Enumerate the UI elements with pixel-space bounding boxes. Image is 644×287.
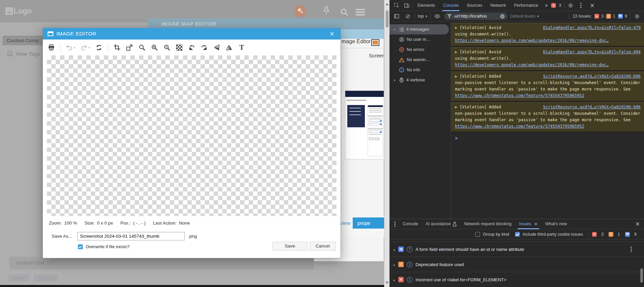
issues-counter[interactable]: 13 Issues: 3 1 9 <box>569 13 630 19</box>
flip-vertical-button[interactable] <box>213 43 220 53</box>
undo-dropdown-icon[interactable]: ▾ <box>74 46 75 49</box>
text-tool-button[interactable] <box>238 43 245 53</box>
search-icon[interactable] <box>340 8 348 18</box>
screenshot-icon[interactable] <box>371 39 379 46</box>
hamburger-menu-icon[interactable] <box>356 9 365 10</box>
filename-input[interactable] <box>77 232 185 240</box>
group-by-kind-checkbox[interactable] <box>475 232 480 237</box>
drawer-tab-network-request-blocking[interactable]: Network request blocking <box>460 219 515 229</box>
expand-triangle-icon[interactable] <box>455 50 460 54</box>
scrollbar-thumb[interactable] <box>385 10 389 28</box>
page-scrollbar[interactable] <box>384 0 390 287</box>
live-expression-eye-icon[interactable] <box>433 12 442 21</box>
execution-context-selector[interactable]: top <box>417 14 428 19</box>
source-link[interactable]: ScriptResource.axd?d…ojV0&t=5a82d106:606 <box>543 73 641 80</box>
sidebar-item-errors[interactable]: No errors <box>390 45 449 55</box>
expand-triangle-icon[interactable] <box>455 25 460 30</box>
sidebar-item-warnings[interactable]: No warnin… <box>390 55 449 65</box>
zoom-in-button[interactable] <box>151 43 158 53</box>
console-filter-input[interactable]: -url:http://localhos × <box>444 12 508 20</box>
pin-icon[interactable] <box>323 6 330 16</box>
log-levels-dropdown[interactable]: Default levels <box>510 14 539 19</box>
print-button[interactable] <box>48 43 55 53</box>
tab-custom-components[interactable]: Custom Comp <box>3 36 43 45</box>
tab-image-editor[interactable]: mage Editor <box>342 38 371 45</box>
message-url-link[interactable]: https://developers.google.com/web/update… <box>455 37 641 44</box>
expand-caret-icon[interactable] <box>393 78 397 82</box>
expand-caret-icon[interactable] <box>394 247 395 252</box>
drawer-menu-icon[interactable] <box>394 224 396 225</box>
include-third-party-checkbox[interactable] <box>515 232 520 237</box>
devtools-menu-icon[interactable] <box>580 5 582 6</box>
crop-button[interactable] <box>113 43 120 53</box>
add-condition-icon[interactable] <box>49 261 54 265</box>
device-toolbar-icon[interactable] <box>402 1 411 10</box>
drawer-tab-console[interactable]: Console <box>399 219 422 229</box>
condition-section-header[interactable]: CONDITION <box>9 257 314 269</box>
overwrite-checkbox[interactable] <box>78 244 83 249</box>
sidebar-item-all-messages[interactable]: 4 messages <box>390 24 449 34</box>
screenshot-thumbnail[interactable] <box>345 90 384 159</box>
settings-gear-icon[interactable] <box>566 1 575 10</box>
console-prompt[interactable]: > <box>451 133 644 141</box>
drawer-close-icon[interactable]: × <box>633 221 643 227</box>
sidebar-item-verbose[interactable]: 4 verbose <box>390 75 449 85</box>
tab-sources[interactable]: Sources <box>463 0 486 11</box>
rotate-left-button[interactable] <box>188 43 195 53</box>
flip-horizontal-button[interactable] <box>225 43 233 53</box>
scroll-down-arrow[interactable] <box>385 282 389 284</box>
redo-button[interactable]: ▾ <box>80 43 90 53</box>
expand-caret-icon[interactable] <box>394 277 395 282</box>
issue-row[interactable]: 1 Incorrect use of <label for=FORM_ELEME… <box>390 272 644 287</box>
page-save-button[interactable]: Save <box>6 273 30 283</box>
rotate-right-button[interactable] <box>200 43 208 53</box>
drawer-tab-whats-new[interactable]: What's new <box>541 219 570 229</box>
tab-performance[interactable]: Performance <box>511 0 542 11</box>
clear-filter-icon[interactable]: × <box>500 14 505 19</box>
message-url-link[interactable]: https://www.chromestatus.com/feature/574… <box>455 123 641 130</box>
zoom-out-button[interactable] <box>163 43 170 53</box>
devtools-close-icon[interactable]: × <box>587 3 597 8</box>
page-cancel-button[interactable]: Cancel <box>33 273 60 283</box>
ai-assistant-icon[interactable] <box>294 5 306 17</box>
drawer-tab-issues[interactable]: Issues × <box>515 219 542 229</box>
message-url-link[interactable]: https://developers.google.com/web/update… <box>455 62 641 68</box>
logo[interactable]: Logo <box>5 7 32 16</box>
resize-button[interactable] <box>126 43 133 53</box>
editor-canvas[interactable] <box>47 55 337 216</box>
view-tags-link[interactable]: View Tags <box>7 51 40 57</box>
issues-scrollbar-thumb[interactable] <box>640 268 643 283</box>
dialog-cancel-button[interactable]: Cancel <box>310 242 336 251</box>
inspect-element-icon[interactable] <box>392 1 401 10</box>
more-tabs-icon[interactable]: » <box>543 2 550 8</box>
sidebar-item-user-messages[interactable]: No user m… <box>390 34 449 45</box>
console-settings-gear-icon[interactable] <box>633 12 641 21</box>
expand-triangle-icon[interactable] <box>455 74 460 79</box>
error-badge-icon[interactable] <box>551 3 556 8</box>
sidebar-item-info[interactable]: No info <box>390 65 449 75</box>
expand-caret-icon[interactable] <box>394 262 395 267</box>
redo-dropdown-icon[interactable]: ▾ <box>88 46 90 49</box>
issue-menu-icon[interactable] <box>630 249 632 250</box>
tab-console[interactable]: Console <box>440 0 462 11</box>
tab-properties[interactable]: prope <box>353 217 384 229</box>
tab-elements[interactable]: Elements <box>414 0 438 11</box>
transparency-button[interactable] <box>176 43 183 53</box>
source-link[interactable]: ScriptResource.axd?d…ojV0&t=5a82d106:606 <box>543 104 641 110</box>
zoom-button[interactable] <box>138 43 145 53</box>
dialog-close-icon[interactable]: × <box>328 30 336 37</box>
issue-row[interactable]: 1 Deprecated feature used <box>390 257 644 272</box>
scroll-up-arrow[interactable] <box>385 3 389 5</box>
console-sidebar-toggle-icon[interactable] <box>392 12 401 21</box>
drawer-tab-ai-assistance[interactable]: AI assistance <box>422 219 460 229</box>
tab-network[interactable]: Network <box>487 0 509 11</box>
source-link[interactable]: DialogHandler.aspx?D…tn=&isRtl=false:494 <box>543 49 641 55</box>
dialog-titlebar[interactable]: IMAGE EDITOR × <box>43 28 341 40</box>
clear-console-icon[interactable] <box>403 12 412 21</box>
dialog-save-button[interactable]: Save <box>272 242 307 251</box>
source-link[interactable]: DialogHandler.aspx?D…tn=&isRtl=false:479 <box>543 25 641 31</box>
expand-caret-icon[interactable] <box>393 28 397 31</box>
issue-row[interactable]: 7 A form field element should have an id… <box>390 241 644 257</box>
close-tab-icon[interactable]: × <box>534 219 538 229</box>
expand-triangle-icon[interactable] <box>455 105 460 109</box>
